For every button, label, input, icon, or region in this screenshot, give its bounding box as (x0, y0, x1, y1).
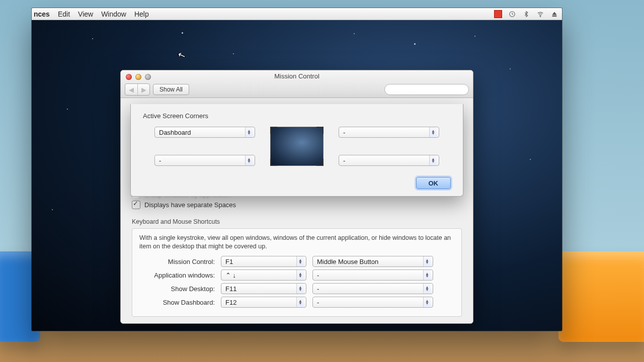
cursor-icon: ↖ (176, 49, 187, 62)
kb-section-label: Keyboard and Mouse Shortcuts (132, 218, 462, 225)
menubar-extras (495, 11, 558, 18)
app-name[interactable]: nces (34, 10, 50, 18)
kb-help-text: With a single keystroke, view all open w… (139, 234, 454, 251)
menu-edit[interactable]: Edit (58, 10, 70, 18)
kb-groupbox: With a single keystroke, view all open w… (132, 228, 462, 317)
wifi-icon[interactable] (537, 11, 544, 18)
kb-mouse-popup[interactable]: - ▲▼ (312, 269, 433, 281)
sheet-buttons: OK (143, 177, 451, 189)
search-input[interactable] (390, 85, 467, 94)
kb-label: Mission Control: (139, 258, 215, 265)
orange-block (558, 251, 644, 342)
kb-label: Application windows: (139, 272, 215, 279)
search-field[interactable] (384, 84, 469, 95)
menu-help[interactable]: Help (134, 10, 149, 18)
corner-bottom-left-popup[interactable]: - ▲▼ (154, 155, 255, 166)
corner-top-left-popup[interactable]: Dashboard ▲▼ (154, 127, 255, 138)
back-button[interactable]: ◀ (125, 84, 137, 95)
toolbar: ◀ ▶ Show All (125, 83, 469, 96)
window-title: Mission Control (121, 72, 473, 80)
hot-corners-sheet: Active Screen Corners Dashboard ▲▼ - (130, 104, 463, 197)
forward-button[interactable]: ▶ (137, 84, 149, 95)
kb-row-mission-control: Mission Control: F1 ▲▼ Middle Mouse Butt… (139, 256, 454, 267)
menu-window[interactable]: Window (101, 10, 126, 18)
bluetooth-icon[interactable] (523, 11, 530, 18)
kb-mouse-popup[interactable]: - ▲▼ (312, 283, 433, 294)
displays-separate-spaces-row: Displays have separate Spaces (132, 201, 462, 209)
menu-view[interactable]: View (78, 10, 93, 18)
kb-label: Show Dashboard: (139, 299, 215, 306)
titlebar[interactable]: Mission Control ◀ ▶ Show All (121, 70, 473, 98)
kb-mouse-popup[interactable]: - ▲▼ (312, 297, 433, 308)
nav-segmented: ◀ ▶ (125, 83, 150, 96)
eject-icon[interactable] (551, 11, 558, 18)
kb-row-show-dashboard: Show Dashboard: F12 ▲▼ - ▲▼ (139, 297, 454, 308)
kb-label: Show Desktop: (139, 285, 215, 293)
timemachine-icon[interactable] (509, 11, 516, 18)
kb-key-popup[interactable]: F12 ▲▼ (221, 297, 306, 308)
svg-point-1 (540, 16, 541, 17)
preferences-window: Mission Control ◀ ▶ Show All Mission Con… (120, 70, 473, 324)
kb-key-popup[interactable]: ⌃ ↓ ▲▼ (221, 269, 306, 281)
kb-mouse-popup[interactable]: Middle Mouse Button ▲▼ (312, 256, 433, 267)
kb-key-popup[interactable]: F1 ▲▼ (221, 256, 306, 267)
recording-icon[interactable] (495, 11, 502, 18)
corner-top-right-popup[interactable]: - ▲▼ (339, 127, 439, 138)
show-all-button[interactable]: Show All (153, 84, 189, 95)
kb-row-app-windows: Application windows: ⌃ ↓ ▲▼ - ▲▼ (139, 269, 454, 281)
kb-key-popup[interactable]: F11 ▲▼ (221, 283, 306, 294)
sheet-heading: Active Screen Corners (143, 112, 451, 120)
ok-button[interactable]: OK (416, 177, 451, 189)
displays-separate-spaces-label: Displays have separate Spaces (144, 201, 236, 209)
mac-screen: nces Edit View Window Help (32, 8, 562, 331)
display-preview (270, 127, 324, 166)
kb-row-show-desktop: Show Desktop: F11 ▲▼ - ▲▼ (139, 283, 454, 294)
displays-separate-spaces-checkbox[interactable] (132, 201, 140, 209)
menubar: nces Edit View Window Help (32, 8, 562, 20)
hot-corners-grid: Dashboard ▲▼ - ▲▼ - (143, 125, 451, 168)
corner-bottom-right-popup[interactable]: - ▲▼ (339, 155, 439, 166)
stage: nces Edit View Window Help (0, 0, 644, 362)
